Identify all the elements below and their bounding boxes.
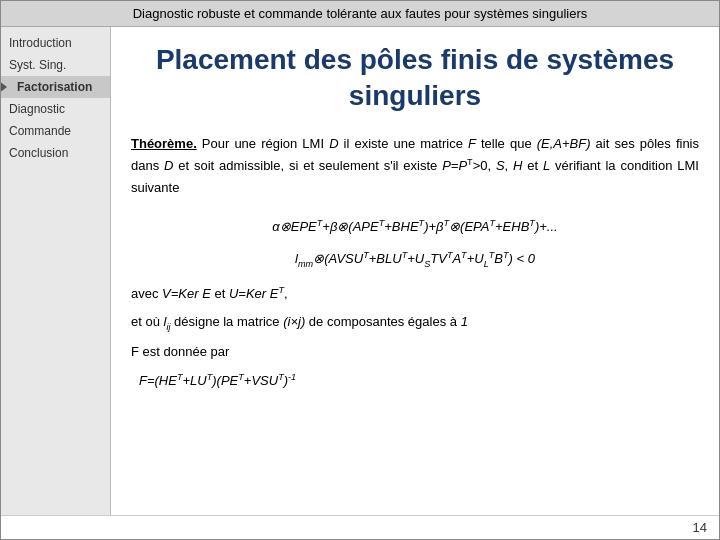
sidebar-item-factorisation[interactable]: Factorisation [1, 76, 110, 98]
theorem-text1: Pour une région LMI [202, 136, 329, 151]
sidebar-item-syst-sing[interactable]: Syst. Sing. [1, 54, 110, 76]
theorem-EAB: (E,A+BF) [537, 136, 591, 151]
theorem-label: Théorème. [131, 136, 197, 151]
avec-text2: et [211, 286, 229, 301]
theorem-D1: D [329, 136, 338, 151]
sidebar-item-introduction[interactable]: Introduction [1, 32, 110, 54]
theorem-P: P=P [442, 158, 467, 173]
theorem-F: F [468, 136, 476, 151]
f-text: F est donnée par [131, 344, 229, 359]
etou-text3: de composantes égales à [305, 314, 460, 329]
etou-text: et où [131, 314, 164, 329]
avec-block: avec V=Ker E et U=Ker ET, [131, 283, 699, 305]
sidebar-item-diagnostic[interactable]: Diagnostic [1, 98, 110, 120]
sidebar-item-commande[interactable]: Commande [1, 120, 110, 142]
theorem-text5: et soit admissible, si et seulement s'il… [173, 158, 442, 173]
main-content: Placement des pôles finis de systèmes si… [111, 27, 719, 515]
title-bar: Diagnostic robuste et commande tolérante… [1, 1, 719, 27]
avec-U: U=Ker ET [229, 286, 284, 301]
title-bar-text: Diagnostic robuste et commande tolérante… [133, 6, 588, 21]
ixj: (i×j) [283, 314, 305, 329]
avec-text1: avec [131, 286, 162, 301]
theorem-text6: >0, [473, 158, 496, 173]
f-formula: F=(HET+LUT)(PET+VSUT)-1 [139, 373, 296, 388]
theorem-block: Théorème. Pour une région LMI D il exist… [131, 133, 699, 200]
main-window: Diagnostic robuste et commande tolérante… [0, 0, 720, 540]
theorem-text2: il existe une matrice [339, 136, 468, 151]
etou-block: et où lij désigne la matrice (i×j) de co… [131, 311, 699, 335]
f-text-block: F est donnée par [131, 341, 699, 363]
theorem-text7: , [505, 158, 513, 173]
theorem-text3: telle que [476, 136, 537, 151]
footer: 14 [1, 515, 719, 539]
sidebar-item-conclusion[interactable]: Conclusion [1, 142, 110, 164]
theorem-S: S [496, 158, 505, 173]
avec-V: V=Ker E [162, 286, 211, 301]
sidebar: Introduction Syst. Sing. Factorisation D… [1, 27, 111, 515]
page-number: 14 [693, 520, 707, 535]
math-line2: lmm⊗(AVSUT+BLUT+USTVTAT+ULTBT) < 0 [131, 250, 699, 269]
theorem-text8: et [522, 158, 543, 173]
etou-text2: désigne la matrice [170, 314, 283, 329]
avec-text3: , [284, 286, 288, 301]
active-arrow-icon [1, 81, 7, 93]
etou-1: 1 [461, 314, 468, 329]
content-area: Introduction Syst. Sing. Factorisation D… [1, 27, 719, 515]
math-line1: α⊗EPET+β⊗(APET+BHET)+βT⊗(EPAT+EHBT)+... [131, 217, 699, 233]
f-formula-block: F=(HET+LUT)(PET+VSUT)-1 [139, 369, 699, 391]
slide-title: Placement des pôles finis de systèmes si… [131, 42, 699, 115]
